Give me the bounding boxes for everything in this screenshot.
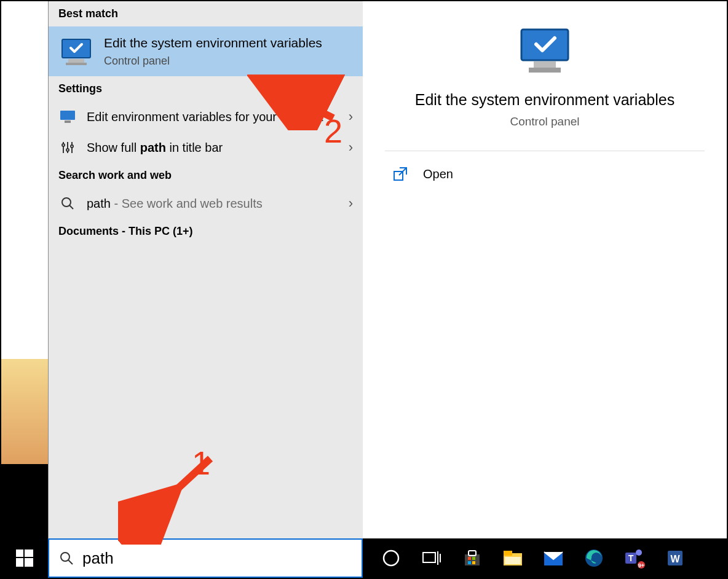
result-preview-pane: Edit the system environment variables Co… — [363, 1, 727, 538]
svg-point-6 — [62, 144, 65, 146]
svg-rect-37 — [504, 551, 512, 556]
svg-rect-22 — [16, 558, 23, 567]
windows-logo-icon — [16, 549, 33, 567]
task-view-button[interactable] — [419, 546, 444, 570]
svg-rect-34 — [468, 561, 471, 564]
settings-header: Settings — [49, 76, 363, 101]
svg-rect-27 — [423, 553, 435, 562]
svg-rect-23 — [25, 558, 33, 567]
teams-icon[interactable]: T9+ — [622, 546, 647, 570]
edge-browser-icon[interactable] — [582, 546, 606, 570]
preview-title: Edit the system environment variables — [390, 91, 699, 109]
search-text-field[interactable] — [82, 549, 352, 568]
svg-rect-20 — [16, 549, 23, 557]
sliders-icon — [58, 140, 77, 155]
svg-rect-38 — [505, 557, 521, 564]
svg-rect-2 — [66, 63, 87, 65]
svg-point-26 — [384, 551, 398, 565]
preview-subtitle: Control panel — [510, 115, 579, 128]
svg-rect-4 — [65, 120, 71, 123]
monitor-check-icon — [516, 26, 573, 76]
monitor-check-icon — [60, 37, 93, 66]
best-match-title: Edit the system environment variables — [104, 35, 352, 51]
best-match-result[interactable]: Edit the system environment variables Co… — [49, 26, 363, 76]
search-icon — [58, 197, 77, 210]
svg-rect-3 — [60, 111, 75, 120]
svg-point-43 — [636, 549, 642, 556]
file-explorer-icon[interactable] — [501, 546, 525, 570]
svg-text:9+: 9+ — [638, 562, 644, 569]
word-icon[interactable]: W — [663, 546, 687, 570]
microsoft-store-icon[interactable] — [460, 546, 485, 570]
cortana-button[interactable] — [379, 546, 403, 570]
settings-item-edit-user-env-vars[interactable]: Edit environment variables for your acco… — [49, 101, 363, 132]
best-match-subtitle: Control panel — [104, 55, 352, 68]
svg-line-25 — [68, 560, 73, 564]
settings-item-label: Edit environment variables for your acco… — [87, 109, 339, 125]
start-button[interactable] — [1, 538, 48, 578]
open-label: Open — [423, 167, 453, 181]
search-results-panel: Best match Edit the system environment v… — [48, 1, 363, 538]
svg-rect-13 — [521, 30, 568, 60]
svg-point-24 — [61, 553, 69, 561]
search-web-header: Search work and web — [49, 163, 363, 188]
settings-item-show-full-path[interactable]: Show full path in title bar › — [49, 132, 363, 163]
svg-line-12 — [69, 205, 73, 209]
svg-rect-14 — [534, 61, 556, 68]
monitor-icon — [58, 110, 77, 124]
svg-rect-15 — [529, 68, 561, 73]
open-external-icon — [392, 166, 408, 182]
svg-text:W: W — [670, 554, 680, 564]
mail-icon[interactable] — [541, 546, 566, 570]
svg-text:T: T — [628, 553, 634, 563]
settings-item-label: Show full path in title bar — [87, 140, 339, 156]
chevron-right-icon: › — [349, 195, 353, 211]
taskbar-search-input[interactable] — [48, 538, 363, 578]
svg-rect-1 — [68, 59, 84, 63]
desktop-background — [1, 1, 48, 538]
open-action[interactable]: Open — [363, 151, 727, 197]
svg-rect-21 — [25, 549, 33, 557]
svg-point-8 — [66, 149, 69, 151]
chevron-right-icon: › — [349, 109, 353, 125]
taskbar: T9+ W — [363, 538, 727, 578]
documents-header: Documents - This PC (1+) — [49, 219, 363, 244]
svg-point-11 — [62, 198, 71, 207]
web-search-label: path - See work and web results — [87, 196, 339, 211]
chevron-right-icon: › — [349, 140, 353, 156]
svg-rect-33 — [472, 557, 475, 560]
svg-rect-35 — [472, 561, 475, 564]
search-icon — [59, 551, 74, 565]
best-match-header: Best match — [49, 1, 363, 26]
svg-point-10 — [71, 145, 73, 148]
web-search-item[interactable]: path - See work and web results › — [49, 188, 363, 219]
svg-rect-32 — [468, 557, 471, 560]
